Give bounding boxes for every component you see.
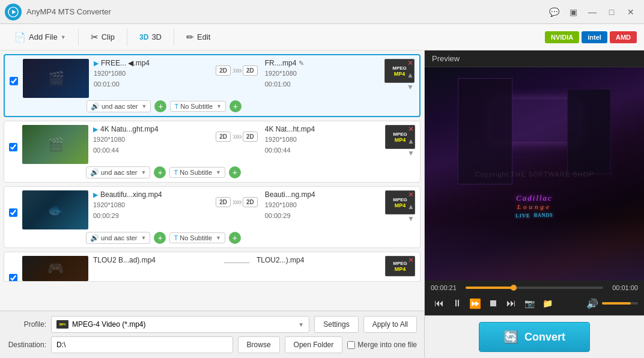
- add-subtitle-2-btn[interactable]: +: [229, 166, 241, 178]
- divider-2: [127, 29, 127, 46]
- folder-btn[interactable]: 📁: [539, 295, 556, 312]
- apply-to-all-button[interactable]: Apply to All: [363, 316, 417, 333]
- input-meta-3: 1920*108000:00:29: [93, 200, 208, 221]
- file-name-row-4: TLOU2 B...ad).mp4: [93, 256, 217, 264]
- browse-button[interactable]: Browse: [238, 336, 280, 353]
- remove-file-2-btn[interactable]: ✕: [406, 124, 416, 135]
- progress-bar[interactable]: [466, 287, 603, 289]
- file-checkbox-1[interactable]: [10, 77, 18, 85]
- audio-select-2[interactable]: 🔊 und aac ster ▼: [86, 166, 150, 178]
- file-thumb-1: 🎬: [23, 59, 89, 98]
- watermark: Copyright THE SOFTWARE SHOP: [475, 171, 594, 178]
- move-down-3-btn[interactable]: ▼: [406, 213, 416, 224]
- move-up-2-btn[interactable]: ▲: [406, 136, 416, 147]
- arrow-dots-1: »»: [232, 65, 241, 76]
- file-checkbox-2[interactable]: [9, 143, 17, 151]
- subtitle-select-2[interactable]: T No Subtitle ▼: [169, 167, 225, 178]
- play-icon-1: ▶: [94, 59, 99, 67]
- conversion-arrow-3: 2D »» 2D: [216, 190, 257, 207]
- merge-checkbox[interactable]: [347, 341, 355, 349]
- subtitle-select-3[interactable]: T No Subtitle ▼: [169, 232, 225, 243]
- remove-file-1-btn[interactable]: ✕: [405, 58, 416, 68]
- preview-panel: Preview Cadillac Lounge LIVE BANDS Copyr…: [425, 50, 644, 358]
- amd-badge: AMD: [610, 31, 637, 43]
- maximize-btn[interactable]: □: [603, 4, 620, 20]
- title-bar: AnyMP4 MTS Converter 💬 ▣ — □ ✕: [0, 0, 644, 24]
- minimize-btn[interactable]: —: [584, 4, 601, 20]
- move-up-1-btn[interactable]: ▲: [405, 70, 416, 80]
- volume-bar[interactable]: [602, 302, 638, 305]
- neon-lounge-text: Lounge: [517, 203, 551, 210]
- subtitle-chevron-2: ▼: [216, 169, 221, 175]
- merge-checkbox-label[interactable]: Merge into one file: [347, 341, 417, 349]
- conversion-arrow-2: 2D »» 2D: [216, 125, 257, 142]
- dest-input[interactable]: D:\: [51, 336, 233, 353]
- subtitle-icon-3: T: [174, 234, 178, 241]
- file-row-3[interactable]: ✕ ▲ ▼ 🐟 ▶ Beautifu...xing.mp4 1920*1080: [4, 186, 421, 248]
- edit-output-1-icon[interactable]: ✎: [299, 59, 304, 67]
- remove-file-3-btn[interactable]: ✕: [406, 189, 416, 200]
- controls-row: ⏮ ⏸ ⏩ ⏹ ⏭ 📷 📁 🔊: [431, 295, 638, 312]
- edit-button[interactable]: ✏ Edit: [179, 28, 217, 46]
- add-file-button[interactable]: 📄 Add File ▼: [7, 28, 73, 46]
- stop-btn[interactable]: ⏹: [485, 295, 502, 312]
- add-audio-2-btn[interactable]: +: [154, 166, 166, 178]
- skip-back-btn[interactable]: ⏮: [431, 295, 448, 312]
- preview-controls: 00:00:21 00:01:00 ⏮ ⏸ ⏩ ⏹ ⏭ 📷 📁 🔊: [425, 281, 644, 315]
- play-icon-3: ▶: [93, 191, 98, 199]
- chat-btn[interactable]: 💬: [545, 4, 562, 20]
- convert-button[interactable]: 🔄 Convert: [479, 322, 590, 352]
- audio-select-3[interactable]: 🔊 und aac ster ▼: [86, 232, 150, 244]
- output-filename-3: Beauti...ng.mp4: [265, 190, 315, 199]
- thumb-overlay-1: 🎬: [23, 59, 89, 98]
- file-info-left-1: ▶ FREE... ◀.mp4 1920*108000:01:00: [94, 59, 208, 90]
- file-list-scroll[interactable]: ✕ ▲ ▼ 🎬 ▶ FREE... ◀.mp4 1920*108000:01:: [0, 50, 424, 311]
- badge-2d-input-3: 2D: [216, 197, 231, 207]
- file-checkbox-4[interactable]: [9, 274, 17, 282]
- profile-select[interactable]: MP4 MPEG-4 Video (*.mp4) ▼: [51, 316, 309, 333]
- add-subtitle-3-btn[interactable]: +: [229, 232, 241, 244]
- move-down-2-btn[interactable]: ▼: [406, 148, 416, 159]
- file-row-4[interactable]: ✕ 🎮 TLOU2 B...ad).mp4 ———: [4, 252, 421, 282]
- file-info-left-4: TLOU2 B...ad).mp4: [93, 256, 217, 265]
- subtitle-select-1[interactable]: T No Subtitle ▼: [170, 101, 225, 112]
- clip-icon: ✂: [91, 32, 99, 43]
- open-folder-button[interactable]: Open Folder: [285, 336, 343, 353]
- window-controls: 💬 ▣ — □ ✕: [545, 4, 639, 20]
- gpu-badges: NVIDIA intel AMD: [545, 31, 637, 43]
- file-row-bottom-3: 🔊 und aac ster ▼ + T No Subtitle ▼ +: [9, 232, 415, 244]
- move-down-1-btn[interactable]: ▼: [405, 82, 416, 93]
- thumb-overlay-4: 🎮: [22, 256, 88, 281]
- close-btn[interactable]: ✕: [622, 4, 639, 20]
- profile-label: Profile:: [7, 320, 46, 329]
- progress-row: 00:00:21 00:01:00: [431, 284, 638, 291]
- output-name-row-3: Beauti...ng.mp4: [265, 190, 380, 199]
- add-subtitle-1-btn[interactable]: +: [229, 100, 242, 112]
- settings-button[interactable]: Settings: [314, 316, 358, 333]
- remove-file-4-btn[interactable]: ✕: [406, 255, 416, 265]
- pause-btn[interactable]: ⏸: [449, 295, 466, 312]
- skip-forward-btn[interactable]: ⏭: [503, 295, 520, 312]
- profile-chevron: ▼: [298, 321, 304, 328]
- file-row[interactable]: ✕ ▲ ▼ 🎬 ▶ FREE... ◀.mp4 1920*108000:01:: [4, 54, 421, 117]
- 3d-button[interactable]: 3D 3D: [132, 29, 169, 45]
- profile-row: Profile: MP4 MPEG-4 Video (*.mp4) ▼ Sett…: [7, 316, 417, 333]
- audio-select-1[interactable]: 🔊 und aac ster ▼: [87, 100, 151, 112]
- volume-icon: 🔊: [586, 298, 598, 309]
- output-name-row-2: 4K Nat...ht.mp4: [265, 125, 380, 133]
- layout-btn[interactable]: ▣: [565, 4, 582, 20]
- move-up-3-btn[interactable]: ▲: [406, 201, 416, 212]
- file-checkbox-3[interactable]: [9, 208, 17, 217]
- subtitle-value-1: No Subtitle: [180, 103, 213, 110]
- subtitle-chevron-1: ▼: [216, 103, 222, 109]
- fast-forward-btn[interactable]: ⏩: [467, 295, 484, 312]
- clip-button[interactable]: ✂ Clip: [84, 28, 122, 46]
- main-content: ✕ ▲ ▼ 🎬 ▶ FREE... ◀.mp4 1920*108000:01:: [0, 50, 644, 358]
- screenshot-btn[interactable]: 📷: [521, 295, 538, 312]
- file-row-2[interactable]: ✕ ▲ ▼ 🎬 ▶ 4K Natu...ght.mp4 1920*108000: [4, 121, 421, 183]
- add-audio-3-btn[interactable]: +: [154, 232, 166, 244]
- thumb-overlay-3: 🐟: [22, 190, 88, 229]
- add-audio-1-btn[interactable]: +: [154, 100, 166, 112]
- divider-3: [174, 29, 174, 46]
- file-thumb-3: 🐟: [22, 190, 88, 229]
